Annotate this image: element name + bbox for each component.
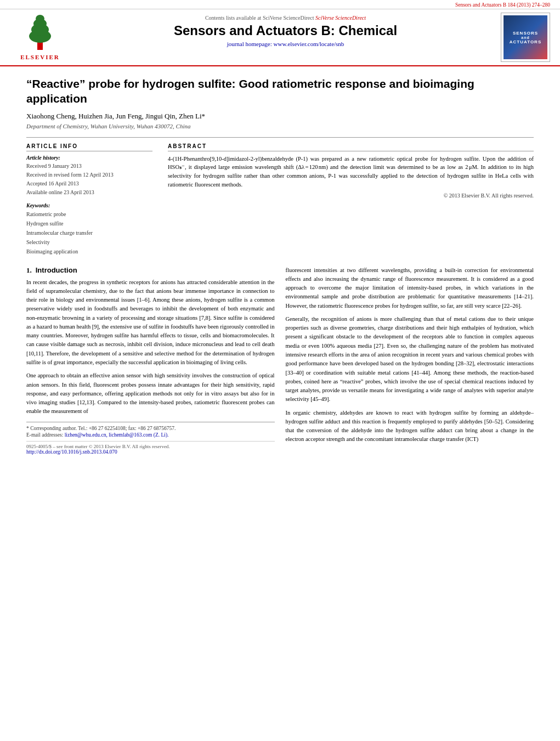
right-paragraph-1: fluorescent intensities at two different… (286, 266, 534, 310)
doi-line[interactable]: http://dx.doi.org/10.1016/j.snb.2013.04.… (26, 449, 275, 455)
intro-paragraph-2: One approach to obtain an effective anio… (26, 371, 275, 416)
sciverse-line: Contents lists available at SciVerse Sci… (205, 15, 366, 21)
badge-and: and (521, 36, 529, 39)
elsevier-logo-area: ELSEVIER (10, 13, 70, 65)
keywords-list: Ratiometric probe Hydrogen sulfite Intra… (26, 210, 152, 256)
right-column: fluorescent intensities at two different… (286, 266, 534, 455)
issn-line: 0925-4005/$ – see front matter © 2013 El… (26, 444, 275, 449)
intro-paragraph-1: In recent decades, the progress in synth… (26, 278, 275, 367)
keywords-section: Keywords: Ratiometric probe Hydrogen sul… (26, 202, 152, 256)
history-label: Article history: (26, 155, 152, 161)
journal-center: Contents lists available at SciVerse Sci… (70, 13, 501, 65)
keywords-label: Keywords: (26, 202, 152, 208)
keyword-4: Selectivity (26, 237, 152, 247)
received-date: Received 9 January 2013 (26, 162, 152, 171)
abstract-section: ABSTRACT 4-(1H-Phenanthro[9,10-d]imidazo… (168, 143, 534, 256)
section-number: 1. (26, 266, 32, 274)
svg-point-4 (36, 15, 44, 22)
badge-actuators: ACTUATORS (510, 39, 541, 44)
accepted-date: Accepted 16 April 2013 (26, 179, 152, 188)
sciverse-link[interactable]: SciVerse ScienceDirect (315, 15, 366, 21)
history-items: Received 9 January 2013 Received in revi… (26, 162, 152, 197)
main-columns: 1. Introduction In recent decades, the p… (26, 266, 534, 455)
citation-line: Sensors and Actuators B 184 (2013) 274–2… (0, 0, 560, 9)
journal-title: Sensors and Actuators B: Chemical (174, 23, 397, 38)
sensors-badge-image: SENSORS and ACTUATORS (504, 15, 547, 59)
citation-text: Sensors and Actuators B 184 (2013) 274–2… (455, 2, 550, 8)
right-paragraph-3: In organic chemistry, aldehydes are know… (286, 409, 534, 444)
keyword-3: Intramolecular charge transfer (26, 228, 152, 237)
affiliation: Department of Chemistry, Wuhan Universit… (26, 123, 534, 129)
article-info-abstract: ARTICLE INFO Article history: Received 9… (26, 137, 534, 256)
badge-sensors: SENSORS (513, 31, 538, 36)
journal-url[interactable]: www.elsevier.com/locate/snb (274, 41, 344, 47)
left-column: 1. Introduction In recent decades, the p… (26, 266, 275, 455)
corresponding-author-note: * Corresponding author. Tel.: +86 27 622… (26, 426, 275, 431)
abstract-copyright: © 2013 Elsevier B.V. All rights reserved… (168, 193, 534, 199)
email-addresses: lizhen@whu.edu.cn, lichemlab@163.com (Z.… (65, 432, 169, 438)
keyword-2: Hydrogen sulfite (26, 219, 152, 228)
abstract-label: ABSTRACT (168, 143, 534, 151)
received-revised-date: Received in revised form 12 April 2013 (26, 171, 152, 179)
article-info-panel: ARTICLE INFO Article history: Received 9… (26, 143, 152, 256)
keyword-1: Ratiometric probe (26, 210, 152, 219)
authors: Xiaohong Cheng, Huizhen Jia, Jun Feng, J… (26, 112, 534, 121)
available-date: Available online 23 April 2013 (26, 188, 152, 197)
footnote-area: * Corresponding author. Tel.: +86 27 622… (26, 422, 275, 438)
journal-homepage: journal homepage: www.elsevier.com/locat… (227, 41, 344, 47)
footer-legal: 0925-4005/$ – see front matter © 2013 El… (26, 441, 275, 455)
elsevier-tree-icon (21, 14, 59, 53)
introduction-heading: 1. Introduction (26, 266, 275, 275)
abstract-text: 4-(1H-Phenanthro[9,10-d]imidazol-2-yl)be… (168, 155, 534, 189)
article-info-label: ARTICLE INFO (26, 143, 152, 151)
article-body: “Reactive” probe for hydrogen sulfite: G… (0, 66, 560, 465)
journal-header: ELSEVIER Contents lists available at Sci… (0, 9, 560, 66)
sensors-badge: SENSORS and ACTUATORS (501, 13, 550, 62)
article-title: “Reactive” probe for hydrogen sulfite: G… (26, 76, 534, 106)
svg-rect-0 (37, 42, 43, 50)
keyword-5: Bioimaging application (26, 247, 152, 256)
email-note: E-mail addresses: lizhen@whu.edu.cn, lic… (26, 432, 275, 438)
section-title: Introduction (36, 266, 77, 274)
elsevier-label: ELSEVIER (20, 54, 60, 60)
page: Sensors and Actuators B 184 (2013) 274–2… (0, 0, 560, 741)
right-paragraph-2: Generally, the recognition of anions is … (286, 315, 534, 404)
